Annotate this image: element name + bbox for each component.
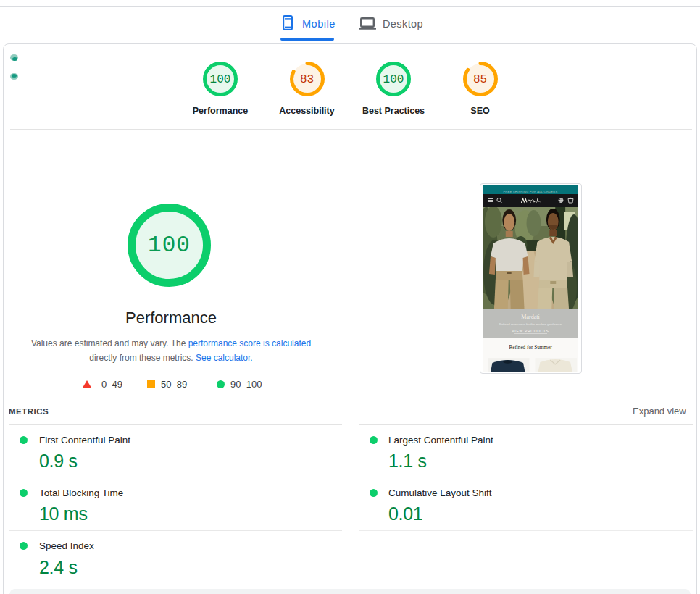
- svg-text:Refined menswear for the moder: Refined menswear for the modern gentlema…: [499, 322, 562, 325]
- svg-text:FREE SHIPPING FOR ALL ORDERS: FREE SHIPPING FOR ALL ORDERS: [504, 190, 558, 193]
- svg-text:Mardati: Mardati: [521, 313, 540, 319]
- svg-text:VIEW PRODUCTS: VIEW PRODUCTS: [512, 328, 549, 332]
- svg-text:Refined for Summer: Refined for Summer: [509, 344, 552, 350]
